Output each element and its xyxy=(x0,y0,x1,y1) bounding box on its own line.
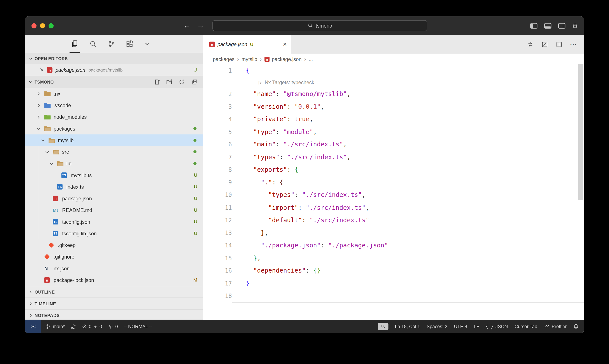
tab-package-json[interactable]: n package.json U ✕ xyxy=(203,35,291,53)
refresh-icon[interactable] xyxy=(179,79,185,85)
code-line-12[interactable]: 12 "default": "./src/index.ts" xyxy=(203,214,584,227)
split-editor-icon[interactable] xyxy=(556,41,562,48)
tree-item-.vscode[interactable]: .vscode xyxy=(25,100,203,111)
code-line-18[interactable]: 18 xyxy=(203,290,584,302)
code-line-17[interactable]: 17} xyxy=(203,277,584,290)
source-control-icon[interactable] xyxy=(108,35,115,53)
statusbar: >< main* 0 ⚠ xyxy=(25,320,584,333)
line-number: 2 xyxy=(203,88,232,100)
notifications-bell-icon[interactable] xyxy=(573,324,579,329)
sync-button[interactable] xyxy=(71,324,76,329)
code-line-10[interactable]: 10 "types": "./src/index.ts", xyxy=(203,189,584,201)
maximize-window-button[interactable] xyxy=(49,23,54,28)
new-folder-icon[interactable] xyxy=(166,79,172,85)
tree-item-packages[interactable]: packages xyxy=(25,123,203,134)
code-line-8[interactable]: 8 "exports": { xyxy=(203,163,584,176)
codelens-text[interactable]: ▷Nx Targets: typecheck xyxy=(232,77,584,88)
cursor-position[interactable]: Ln 18, Col 1 xyxy=(395,324,420,329)
open-editor-item[interactable]: ✕ n package.json packages/mytslib U xyxy=(25,64,203,76)
code-line-11[interactable]: 11 "import": "./src/index.ts", xyxy=(203,201,584,214)
search-icon[interactable] xyxy=(89,35,97,53)
tree-item-node_modules[interactable]: node_modules xyxy=(25,111,203,123)
extensions-icon[interactable] xyxy=(126,35,133,53)
close-window-button[interactable] xyxy=(31,23,37,28)
eol-status[interactable]: LF xyxy=(474,324,479,329)
code-line-1[interactable]: 1{ xyxy=(203,65,584,77)
forward-arrow-icon[interactable]: → xyxy=(197,21,204,30)
tree-item-.nx[interactable]: .nx xyxy=(25,88,203,99)
statusbar-search-button[interactable] xyxy=(378,323,388,330)
breadcrumb-item[interactable]: npackage.json xyxy=(264,56,302,62)
close-tab-icon[interactable]: ✕ xyxy=(283,41,287,47)
code-line-14[interactable]: 14 "./package.json": "./package.json" xyxy=(203,239,584,252)
remote-indicator[interactable]: >< xyxy=(25,320,41,333)
tree-item-mytslib.ts[interactable]: TSmytslib.tsU xyxy=(25,169,203,181)
tree-item-tsconfig.json[interactable]: TStsconfig.jsonU xyxy=(25,216,203,228)
code-line-4[interactable]: 4 "private": true, xyxy=(203,113,584,126)
formatter-status[interactable]: ✓✓ Prettier xyxy=(544,324,567,329)
code-line-2[interactable]: 2 "name": "@tsmono/mytslib", xyxy=(203,88,584,100)
breadcrumb-item[interactable]: mytslib xyxy=(242,56,257,62)
explorer-icon[interactable] xyxy=(71,35,78,53)
chevron-down-icon[interactable] xyxy=(144,35,151,53)
tree-item-tsconfig.lib.json[interactable]: TStsconfig.lib.jsonU xyxy=(25,228,203,239)
tree-item-mytslib[interactable]: mytslib xyxy=(25,134,203,146)
code-line-9[interactable]: 9 ".": { xyxy=(203,176,584,189)
git-compare-icon[interactable] xyxy=(527,41,533,48)
collapse-all-icon[interactable] xyxy=(191,79,197,85)
tree-item-README.md[interactable]: M↓README.mdU xyxy=(25,204,203,216)
layout-sidebar-left-icon[interactable] xyxy=(530,23,537,29)
project-section-header[interactable]: TSMONO xyxy=(25,76,203,88)
tree-item-nx.json[interactable]: Nnx.json xyxy=(25,262,203,274)
tree-item-.gitkeep[interactable]: .gitkeep xyxy=(25,239,203,251)
encoding-status[interactable]: UTF-8 xyxy=(454,324,467,329)
problems-status[interactable]: 0 ⚠ 0 xyxy=(82,324,102,329)
language-mode[interactable]: { } JSON xyxy=(486,324,508,329)
code-line-6[interactable]: 6 "main": "./src/index.ts", xyxy=(203,138,584,151)
layout-panel-icon[interactable] xyxy=(544,23,551,29)
close-icon[interactable]: ✕ xyxy=(39,67,44,73)
code-line-7[interactable]: 7 "types": "./src/index.ts", xyxy=(203,151,584,164)
breadcrumb-item[interactable]: ... xyxy=(309,56,313,62)
open-changes-icon[interactable] xyxy=(541,41,548,48)
tree-item-.gitignore[interactable]: .gitignore xyxy=(25,251,203,262)
code-line-content: "dependencies": {} xyxy=(232,264,584,277)
tree-item-package-lock.json[interactable]: npackage-lock.jsonM xyxy=(25,274,203,286)
breadcrumb-label: mytslib xyxy=(242,56,257,62)
settings-gear-icon[interactable]: ⚙ xyxy=(572,22,578,29)
notepads-section-header[interactable]: NOTEPADS xyxy=(25,309,203,321)
back-arrow-icon[interactable]: ← xyxy=(183,21,191,30)
code-line-13[interactable]: 13 }, xyxy=(203,227,584,239)
indentation-status[interactable]: Spaces: 2 xyxy=(427,324,447,329)
tree-item-package.json[interactable]: npackage.jsonU xyxy=(25,193,203,204)
line-number: 15 xyxy=(203,252,232,264)
git-branch-status[interactable]: main* xyxy=(46,324,65,329)
code-line-5[interactable]: 5 "type": "module", xyxy=(203,126,584,138)
command-center-search[interactable]: tsmono xyxy=(212,20,427,31)
code-token: } xyxy=(246,279,250,287)
error-count: 0 xyxy=(89,324,91,329)
code-token: : xyxy=(272,179,280,186)
code-line-3[interactable]: 3 "version": "0.0.1", xyxy=(203,100,584,113)
code-line-15[interactable]: 15 }, xyxy=(203,252,584,264)
code-editor[interactable]: 1{▷Nx Targets: typecheck2 "name": "@tsmo… xyxy=(203,65,584,320)
new-file-icon[interactable] xyxy=(154,79,160,85)
cursor-tab-status[interactable]: Cursor Tab xyxy=(515,324,537,329)
tree-item-lib[interactable]: lib xyxy=(25,158,203,169)
codelens-line[interactable]: ▷Nx Targets: typecheck xyxy=(203,77,584,88)
timeline-section-header[interactable]: TIMELINE xyxy=(25,298,203,309)
layout-sidebar-right-icon[interactable] xyxy=(558,23,566,29)
code-line-16[interactable]: 16 "dependencies": {} xyxy=(203,264,584,277)
outline-section-header[interactable]: OUTLINE xyxy=(25,286,203,298)
code-token xyxy=(246,166,253,173)
vertical-scrollbar[interactable] xyxy=(578,64,583,200)
more-actions-icon[interactable]: ··· xyxy=(570,41,577,48)
chevron-right-icon xyxy=(28,289,33,295)
breadcrumb-item[interactable]: packages xyxy=(213,56,234,62)
open-editors-header[interactable]: OPEN EDITORS xyxy=(25,53,203,64)
code-token: "exports" xyxy=(253,166,287,173)
broadcast-status[interactable]: 0 xyxy=(108,324,118,329)
tree-item-index.ts[interactable]: TSindex.tsU xyxy=(25,181,203,193)
tree-item-src[interactable]: src xyxy=(25,146,203,158)
minimize-window-button[interactable] xyxy=(40,23,45,28)
